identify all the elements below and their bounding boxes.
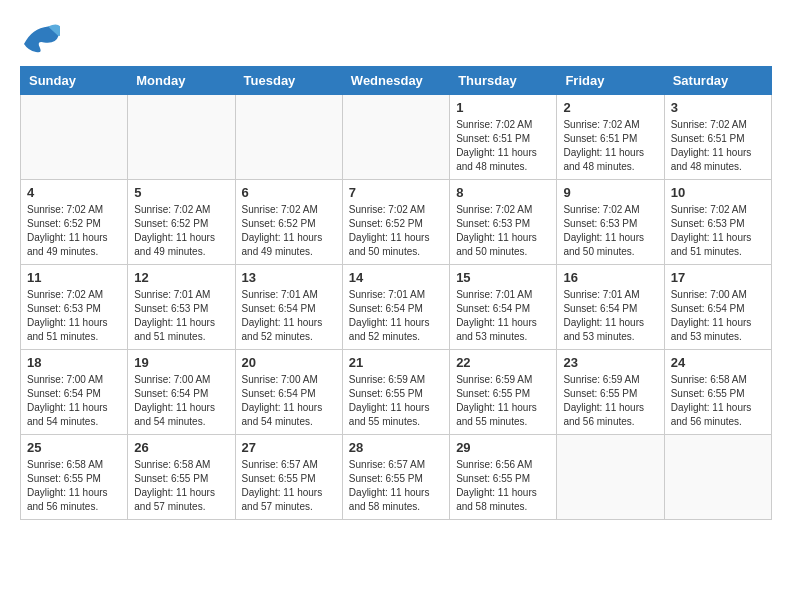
logo-icon xyxy=(20,20,60,56)
calendar-cell: 9Sunrise: 7:02 AM Sunset: 6:53 PM Daylig… xyxy=(557,180,664,265)
day-info: Sunrise: 6:58 AM Sunset: 6:55 PM Dayligh… xyxy=(27,458,121,514)
calendar-cell xyxy=(128,95,235,180)
calendar-cell: 10Sunrise: 7:02 AM Sunset: 6:53 PM Dayli… xyxy=(664,180,771,265)
day-info: Sunrise: 7:00 AM Sunset: 6:54 PM Dayligh… xyxy=(242,373,336,429)
day-number: 29 xyxy=(456,440,550,455)
day-info: Sunrise: 7:02 AM Sunset: 6:51 PM Dayligh… xyxy=(563,118,657,174)
day-info: Sunrise: 7:01 AM Sunset: 6:54 PM Dayligh… xyxy=(563,288,657,344)
day-number: 19 xyxy=(134,355,228,370)
day-number: 23 xyxy=(563,355,657,370)
calendar-cell: 11Sunrise: 7:02 AM Sunset: 6:53 PM Dayli… xyxy=(21,265,128,350)
day-number: 13 xyxy=(242,270,336,285)
calendar-header-saturday: Saturday xyxy=(664,67,771,95)
calendar-cell: 22Sunrise: 6:59 AM Sunset: 6:55 PM Dayli… xyxy=(450,350,557,435)
calendar-cell xyxy=(557,435,664,520)
calendar-table: SundayMondayTuesdayWednesdayThursdayFrid… xyxy=(20,66,772,520)
day-info: Sunrise: 7:01 AM Sunset: 6:54 PM Dayligh… xyxy=(349,288,443,344)
day-number: 24 xyxy=(671,355,765,370)
day-info: Sunrise: 7:02 AM Sunset: 6:51 PM Dayligh… xyxy=(671,118,765,174)
day-info: Sunrise: 7:02 AM Sunset: 6:52 PM Dayligh… xyxy=(134,203,228,259)
day-info: Sunrise: 7:02 AM Sunset: 6:52 PM Dayligh… xyxy=(27,203,121,259)
calendar-cell: 5Sunrise: 7:02 AM Sunset: 6:52 PM Daylig… xyxy=(128,180,235,265)
day-info: Sunrise: 7:00 AM Sunset: 6:54 PM Dayligh… xyxy=(27,373,121,429)
day-info: Sunrise: 6:58 AM Sunset: 6:55 PM Dayligh… xyxy=(134,458,228,514)
calendar-cell: 6Sunrise: 7:02 AM Sunset: 6:52 PM Daylig… xyxy=(235,180,342,265)
calendar-header-monday: Monday xyxy=(128,67,235,95)
day-number: 28 xyxy=(349,440,443,455)
day-number: 18 xyxy=(27,355,121,370)
day-number: 7 xyxy=(349,185,443,200)
day-number: 22 xyxy=(456,355,550,370)
day-number: 17 xyxy=(671,270,765,285)
day-number: 16 xyxy=(563,270,657,285)
logo xyxy=(20,20,64,56)
calendar-cell: 7Sunrise: 7:02 AM Sunset: 6:52 PM Daylig… xyxy=(342,180,449,265)
calendar-cell: 3Sunrise: 7:02 AM Sunset: 6:51 PM Daylig… xyxy=(664,95,771,180)
calendar-cell: 18Sunrise: 7:00 AM Sunset: 6:54 PM Dayli… xyxy=(21,350,128,435)
calendar-cell xyxy=(342,95,449,180)
day-number: 10 xyxy=(671,185,765,200)
calendar-cell: 8Sunrise: 7:02 AM Sunset: 6:53 PM Daylig… xyxy=(450,180,557,265)
calendar-header-thursday: Thursday xyxy=(450,67,557,95)
day-number: 20 xyxy=(242,355,336,370)
day-number: 5 xyxy=(134,185,228,200)
day-info: Sunrise: 7:00 AM Sunset: 6:54 PM Dayligh… xyxy=(671,288,765,344)
day-info: Sunrise: 6:57 AM Sunset: 6:55 PM Dayligh… xyxy=(349,458,443,514)
day-number: 12 xyxy=(134,270,228,285)
day-info: Sunrise: 6:58 AM Sunset: 6:55 PM Dayligh… xyxy=(671,373,765,429)
calendar-cell xyxy=(235,95,342,180)
calendar-cell xyxy=(21,95,128,180)
day-number: 1 xyxy=(456,100,550,115)
calendar-cell: 26Sunrise: 6:58 AM Sunset: 6:55 PM Dayli… xyxy=(128,435,235,520)
calendar-cell: 14Sunrise: 7:01 AM Sunset: 6:54 PM Dayli… xyxy=(342,265,449,350)
day-info: Sunrise: 7:02 AM Sunset: 6:53 PM Dayligh… xyxy=(27,288,121,344)
calendar-cell: 19Sunrise: 7:00 AM Sunset: 6:54 PM Dayli… xyxy=(128,350,235,435)
day-info: Sunrise: 7:02 AM Sunset: 6:53 PM Dayligh… xyxy=(671,203,765,259)
calendar-week-row: 18Sunrise: 7:00 AM Sunset: 6:54 PM Dayli… xyxy=(21,350,772,435)
day-info: Sunrise: 6:59 AM Sunset: 6:55 PM Dayligh… xyxy=(563,373,657,429)
calendar-cell: 27Sunrise: 6:57 AM Sunset: 6:55 PM Dayli… xyxy=(235,435,342,520)
day-info: Sunrise: 6:56 AM Sunset: 6:55 PM Dayligh… xyxy=(456,458,550,514)
calendar-cell: 23Sunrise: 6:59 AM Sunset: 6:55 PM Dayli… xyxy=(557,350,664,435)
calendar-cell: 29Sunrise: 6:56 AM Sunset: 6:55 PM Dayli… xyxy=(450,435,557,520)
day-number: 8 xyxy=(456,185,550,200)
calendar-cell: 28Sunrise: 6:57 AM Sunset: 6:55 PM Dayli… xyxy=(342,435,449,520)
calendar-header-row: SundayMondayTuesdayWednesdayThursdayFrid… xyxy=(21,67,772,95)
calendar-cell: 13Sunrise: 7:01 AM Sunset: 6:54 PM Dayli… xyxy=(235,265,342,350)
calendar-cell: 17Sunrise: 7:00 AM Sunset: 6:54 PM Dayli… xyxy=(664,265,771,350)
calendar-header-tuesday: Tuesday xyxy=(235,67,342,95)
day-info: Sunrise: 7:02 AM Sunset: 6:51 PM Dayligh… xyxy=(456,118,550,174)
day-info: Sunrise: 7:01 AM Sunset: 6:54 PM Dayligh… xyxy=(242,288,336,344)
calendar-week-row: 4Sunrise: 7:02 AM Sunset: 6:52 PM Daylig… xyxy=(21,180,772,265)
day-info: Sunrise: 7:02 AM Sunset: 6:53 PM Dayligh… xyxy=(456,203,550,259)
calendar-cell: 4Sunrise: 7:02 AM Sunset: 6:52 PM Daylig… xyxy=(21,180,128,265)
day-number: 25 xyxy=(27,440,121,455)
day-number: 6 xyxy=(242,185,336,200)
day-info: Sunrise: 6:59 AM Sunset: 6:55 PM Dayligh… xyxy=(349,373,443,429)
day-info: Sunrise: 7:00 AM Sunset: 6:54 PM Dayligh… xyxy=(134,373,228,429)
calendar-week-row: 11Sunrise: 7:02 AM Sunset: 6:53 PM Dayli… xyxy=(21,265,772,350)
calendar-week-row: 1Sunrise: 7:02 AM Sunset: 6:51 PM Daylig… xyxy=(21,95,772,180)
day-info: Sunrise: 7:01 AM Sunset: 6:53 PM Dayligh… xyxy=(134,288,228,344)
calendar-cell: 24Sunrise: 6:58 AM Sunset: 6:55 PM Dayli… xyxy=(664,350,771,435)
day-number: 26 xyxy=(134,440,228,455)
calendar-header-wednesday: Wednesday xyxy=(342,67,449,95)
day-number: 27 xyxy=(242,440,336,455)
calendar-cell: 25Sunrise: 6:58 AM Sunset: 6:55 PM Dayli… xyxy=(21,435,128,520)
day-info: Sunrise: 7:01 AM Sunset: 6:54 PM Dayligh… xyxy=(456,288,550,344)
calendar-cell xyxy=(664,435,771,520)
day-number: 2 xyxy=(563,100,657,115)
calendar-cell: 2Sunrise: 7:02 AM Sunset: 6:51 PM Daylig… xyxy=(557,95,664,180)
day-info: Sunrise: 7:02 AM Sunset: 6:52 PM Dayligh… xyxy=(349,203,443,259)
day-number: 15 xyxy=(456,270,550,285)
day-number: 14 xyxy=(349,270,443,285)
day-info: Sunrise: 6:59 AM Sunset: 6:55 PM Dayligh… xyxy=(456,373,550,429)
calendar-week-row: 25Sunrise: 6:58 AM Sunset: 6:55 PM Dayli… xyxy=(21,435,772,520)
day-info: Sunrise: 7:02 AM Sunset: 6:52 PM Dayligh… xyxy=(242,203,336,259)
calendar-cell: 15Sunrise: 7:01 AM Sunset: 6:54 PM Dayli… xyxy=(450,265,557,350)
day-number: 4 xyxy=(27,185,121,200)
day-number: 11 xyxy=(27,270,121,285)
calendar-cell: 1Sunrise: 7:02 AM Sunset: 6:51 PM Daylig… xyxy=(450,95,557,180)
day-info: Sunrise: 6:57 AM Sunset: 6:55 PM Dayligh… xyxy=(242,458,336,514)
calendar-cell: 20Sunrise: 7:00 AM Sunset: 6:54 PM Dayli… xyxy=(235,350,342,435)
